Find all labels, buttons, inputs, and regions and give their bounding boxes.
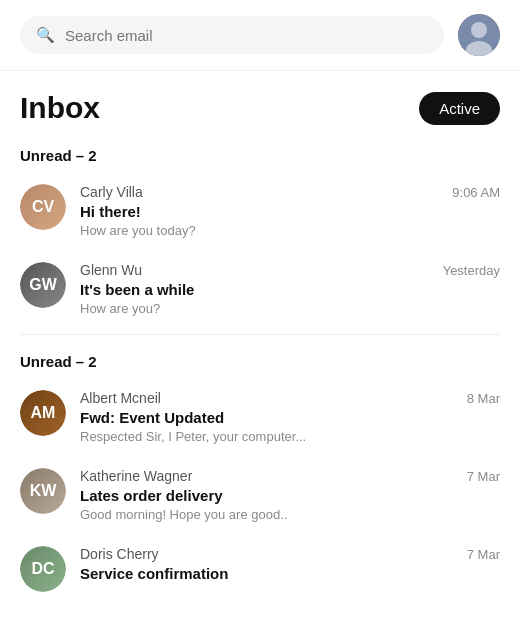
sender-avatar: AM — [20, 390, 66, 436]
avatar-initials: KW — [20, 468, 66, 514]
avatar-initials: AM — [20, 390, 66, 436]
email-content: Katherine Wagner 7 Mar Lates order deliv… — [80, 468, 500, 522]
email-subject: Lates order delivery — [80, 487, 500, 504]
email-list-item[interactable]: DC Doris Cherry 7 Mar Service confirmati… — [0, 534, 520, 604]
email-content: Doris Cherry 7 Mar Service confirmation — [80, 546, 500, 585]
inbox-title-row: Inbox Active — [0, 71, 520, 135]
sender-avatar: CV — [20, 184, 66, 230]
sender-name: Doris Cherry — [80, 546, 159, 562]
sender-avatar: GW — [20, 262, 66, 308]
email-top-row: Albert Mcneil 8 Mar — [80, 390, 500, 406]
email-preview: Respected Sir, I Peter, your computer... — [80, 429, 500, 444]
sender-name: Carly Villa — [80, 184, 143, 200]
email-subject: Hi there! — [80, 203, 500, 220]
email-subject: It's been a while — [80, 281, 500, 298]
email-content: Glenn Wu Yesterday It's been a while How… — [80, 262, 500, 316]
search-bar[interactable]: 🔍 — [20, 16, 444, 54]
email-time: 7 Mar — [467, 469, 500, 484]
avatar-initials: GW — [20, 262, 66, 308]
user-avatar[interactable] — [458, 14, 500, 56]
sender-name: Glenn Wu — [80, 262, 142, 278]
email-content: Carly Villa 9:06 AM Hi there! How are yo… — [80, 184, 500, 238]
email-list-item[interactable]: AM Albert Mcneil 8 Mar Fwd: Event Update… — [0, 378, 520, 456]
email-time: Yesterday — [443, 263, 500, 278]
avatar-initials: CV — [20, 184, 66, 230]
user-avatar-img — [458, 14, 500, 56]
search-icon: 🔍 — [36, 26, 55, 44]
section-label-1: Unread – 2 — [0, 341, 520, 378]
email-list-item[interactable]: KW Katherine Wagner 7 Mar Lates order de… — [0, 456, 520, 534]
sender-name: Albert Mcneil — [80, 390, 161, 406]
section-divider — [20, 334, 500, 335]
email-sections: Unread – 2 CV Carly Villa 9:06 AM Hi the… — [0, 135, 520, 604]
email-top-row: Carly Villa 9:06 AM — [80, 184, 500, 200]
sender-avatar: KW — [20, 468, 66, 514]
email-content: Albert Mcneil 8 Mar Fwd: Event Updated R… — [80, 390, 500, 444]
section-label-0: Unread – 2 — [0, 135, 520, 172]
email-top-row: Doris Cherry 7 Mar — [80, 546, 500, 562]
email-preview: How are you? — [80, 301, 500, 316]
email-time: 7 Mar — [467, 547, 500, 562]
email-time: 8 Mar — [467, 391, 500, 406]
sender-avatar: DC — [20, 546, 66, 592]
email-list-item[interactable]: CV Carly Villa 9:06 AM Hi there! How are… — [0, 172, 520, 250]
svg-point-1 — [471, 22, 487, 38]
search-input[interactable] — [65, 27, 428, 44]
email-preview: Good morning! Hope you are good.. — [80, 507, 500, 522]
active-badge[interactable]: Active — [419, 92, 500, 125]
email-subject: Service confirmation — [80, 565, 500, 582]
email-top-row: Katherine Wagner 7 Mar — [80, 468, 500, 484]
page-title: Inbox — [20, 91, 100, 125]
email-preview: How are you today? — [80, 223, 500, 238]
email-time: 9:06 AM — [452, 185, 500, 200]
email-top-row: Glenn Wu Yesterday — [80, 262, 500, 278]
header: 🔍 — [0, 0, 520, 71]
avatar-initials: DC — [20, 546, 66, 592]
sender-name: Katherine Wagner — [80, 468, 192, 484]
email-subject: Fwd: Event Updated — [80, 409, 500, 426]
email-list-item[interactable]: GW Glenn Wu Yesterday It's been a while … — [0, 250, 520, 328]
